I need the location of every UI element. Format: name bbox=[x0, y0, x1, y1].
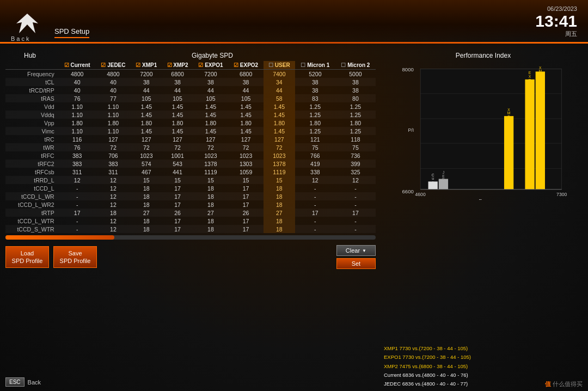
user-val[interactable]: 58 bbox=[264, 94, 295, 102]
current-val: 1.10 bbox=[59, 102, 96, 111]
jedec-val: 706 bbox=[96, 151, 131, 160]
jedec-val: 40 bbox=[96, 78, 131, 86]
xmp1-checkbox[interactable]: ☑ bbox=[136, 62, 140, 68]
user-val[interactable]: 18 bbox=[264, 192, 295, 200]
micron2-val: 5000 bbox=[335, 70, 376, 78]
table-section: Hub Gigabyte SPD ☑ Current ☑ JEDEC ☑ XMP… bbox=[5, 52, 376, 388]
micron2-val: 80 bbox=[335, 94, 376, 102]
micron1-checkbox[interactable]: ☐ bbox=[301, 62, 305, 68]
clear-button[interactable]: Clear ▼ bbox=[336, 245, 376, 256]
user-val[interactable]: 27 bbox=[264, 209, 295, 217]
set-button[interactable]: Set bbox=[336, 258, 376, 269]
user-val[interactable]: 127 bbox=[264, 135, 295, 143]
micron1-val: 75 bbox=[295, 143, 335, 151]
micron1-val: 121 bbox=[295, 135, 335, 143]
expo1-val: 27 bbox=[193, 209, 229, 217]
current-val: 76 bbox=[59, 143, 96, 151]
expo1-checkbox[interactable]: ☑ bbox=[198, 62, 203, 68]
param-label: tRRD_L bbox=[5, 176, 59, 184]
esc-key[interactable]: ESC bbox=[5, 377, 24, 387]
current-val: - bbox=[59, 200, 96, 209]
param-label: tCCD_L_WR2 bbox=[5, 200, 59, 209]
xmp1-val: 467 bbox=[131, 168, 162, 176]
micron1-val: 338 bbox=[295, 168, 335, 176]
horizontal-scrollbar[interactable] bbox=[5, 235, 376, 240]
micron2-val: 17 bbox=[335, 209, 376, 217]
current-val: 383 bbox=[59, 151, 96, 160]
expo2-val: 44 bbox=[228, 86, 264, 94]
expo2-val: 1.80 bbox=[228, 119, 264, 127]
svg-rect-21 bbox=[504, 116, 513, 190]
expo2-val: 1303 bbox=[228, 160, 264, 168]
user-val[interactable]: 18 bbox=[264, 200, 295, 209]
xmp2-checkbox[interactable]: ☑ bbox=[167, 62, 172, 68]
top-bar: Back SPD Setup 06/23/2023 13:41 周五 bbox=[0, 0, 588, 49]
user-val[interactable]: 1378 bbox=[264, 160, 295, 168]
jedec-val: 1.10 bbox=[96, 102, 131, 111]
user-val[interactable]: 1.45 bbox=[264, 102, 295, 111]
user-val[interactable]: 1023 bbox=[264, 151, 295, 160]
user-val[interactable]: 1.45 bbox=[264, 127, 295, 135]
user-val[interactable]: 7400 bbox=[264, 70, 295, 78]
expo1-val: 1119 bbox=[193, 168, 229, 176]
chart-container: 8000 6600 P/I C u r bbox=[384, 64, 583, 342]
user-val[interactable]: 15 bbox=[264, 176, 295, 184]
current-val: 17 bbox=[59, 209, 96, 217]
expo2-val: 1059 bbox=[228, 168, 264, 176]
current-val: 1.80 bbox=[59, 119, 96, 127]
main-content: Hub Gigabyte SPD ☑ Current ☑ JEDEC ☑ XMP… bbox=[0, 49, 588, 391]
load-spd-button[interactable]: Load SPD Profile bbox=[5, 246, 49, 268]
user-val[interactable]: 34 bbox=[264, 78, 295, 86]
user-val[interactable]: 44 bbox=[264, 86, 295, 94]
col-expo1-header: ☑ EXPO1 bbox=[193, 61, 229, 70]
expo2-val: 38 bbox=[228, 78, 264, 86]
expo1-val: 1023 bbox=[193, 151, 229, 160]
user-val[interactable]: 1.45 bbox=[264, 111, 295, 119]
xmp1-val: 1.45 bbox=[131, 111, 162, 119]
user-val[interactable]: 1.80 bbox=[264, 119, 295, 127]
expo1-val: 105 bbox=[193, 94, 229, 102]
legend-item: EXPO1 7730 vs.(7200 - 38 - 44 - 105) bbox=[384, 353, 583, 362]
user-val[interactable]: 18 bbox=[264, 225, 295, 233]
xmp2-val: 17 bbox=[162, 225, 193, 233]
user-val[interactable]: 1119 bbox=[264, 168, 295, 176]
performance-chart: 8000 6600 P/I C u r bbox=[384, 64, 583, 200]
user-val[interactable]: 18 bbox=[264, 184, 295, 192]
user-val[interactable]: 72 bbox=[264, 143, 295, 151]
clock-time: 13:41 bbox=[535, 12, 577, 30]
expo1-val: 38 bbox=[193, 78, 229, 86]
expo2-val: 1.45 bbox=[228, 127, 264, 135]
micron2-val: - bbox=[335, 217, 376, 225]
xmp1-val: 7200 bbox=[131, 70, 162, 78]
save-spd-button[interactable]: Save SPD Profile bbox=[53, 246, 97, 268]
xmp1-val: 18 bbox=[131, 192, 162, 200]
logo-area: Back bbox=[11, 13, 44, 42]
xmp1-val: 18 bbox=[131, 217, 162, 225]
current-val: 4800 bbox=[59, 70, 96, 78]
current-val: - bbox=[59, 184, 96, 192]
col-current-header: ☑ Current bbox=[59, 61, 96, 70]
clock-date: 06/23/2023 bbox=[535, 5, 577, 12]
micron2-checkbox[interactable]: ☐ bbox=[341, 62, 346, 68]
xmp2-val: 105 bbox=[162, 94, 193, 102]
xmp2-val: 38 bbox=[162, 78, 193, 86]
expo1-val: 15 bbox=[193, 176, 229, 184]
micron2-val: 399 bbox=[335, 160, 376, 168]
xmp2-val: 543 bbox=[162, 160, 193, 168]
page-title: SPD Setup bbox=[54, 27, 89, 38]
xmp1-val: 127 bbox=[131, 135, 162, 143]
aorus-brand-text: Back bbox=[11, 35, 30, 42]
user-val[interactable]: 18 bbox=[264, 217, 295, 225]
bottom-buttons: Load SPD Profile Save SPD Profile Clear … bbox=[5, 245, 376, 269]
xmp2-val: 17 bbox=[162, 184, 193, 192]
user-checkbox[interactable]: ☐ bbox=[268, 62, 273, 68]
expo1-val: 18 bbox=[193, 192, 229, 200]
jedec-val: 383 bbox=[96, 160, 131, 168]
current-checkbox[interactable]: ☑ bbox=[64, 62, 69, 68]
xmp1-val: 44 bbox=[131, 86, 162, 94]
perf-index-title: Performance Index bbox=[384, 52, 583, 59]
expo1-val: 127 bbox=[193, 135, 229, 143]
jedec-checkbox[interactable]: ☑ bbox=[101, 62, 106, 68]
expo2-checkbox[interactable]: ☑ bbox=[234, 62, 238, 68]
xmp2-val: 17 bbox=[162, 192, 193, 200]
